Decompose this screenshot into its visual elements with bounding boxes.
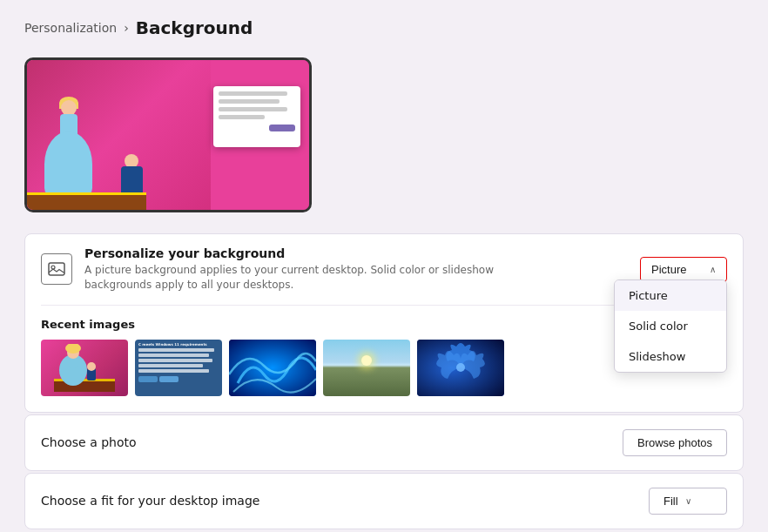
cinderella-thumbnail (41, 340, 128, 396)
breadcrumb-parent[interactable]: Personalization (24, 21, 117, 35)
background-icon (41, 253, 72, 285)
sun-element (361, 355, 372, 366)
panel-description: A picture background applies to your cur… (84, 263, 563, 293)
image-svg (48, 260, 65, 278)
recent-image-2[interactable]: C meets Windows 11 requirements (135, 340, 222, 396)
cinderella-svg (54, 344, 115, 392)
chevron-up-icon: ∧ (710, 265, 716, 274)
choose-photo-label: Choose a photo (41, 435, 137, 449)
choose-fit-label: Choose a fit for your desktop image (41, 494, 259, 508)
dropdown-selected-label: Picture (651, 263, 686, 276)
chevron-down-icon: ∨ (685, 496, 691, 506)
blue-waves-thumbnail (229, 340, 316, 396)
choose-photo-panel: Choose a photo Browse photos (24, 414, 744, 471)
windows-req-thumbnail: C meets Windows 11 requirements (135, 340, 222, 396)
svg-rect-2 (54, 380, 115, 392)
personalize-panel: Personalize your background A picture ba… (24, 233, 744, 413)
preview-window-card (213, 86, 300, 147)
preview-scene (27, 60, 211, 210)
fit-label: Fill (664, 495, 678, 508)
breadcrumb: Personalization › Background (24, 17, 744, 38)
panel-right: Picture ∧ (640, 257, 727, 282)
fit-dropdown[interactable]: Fill ∨ (649, 488, 727, 515)
panel-text: Personalize your background A picture ba… (84, 246, 563, 293)
page-title: Background (136, 17, 253, 38)
choose-fit-row: Choose a fit for your desktop image Fill… (25, 474, 743, 529)
blooms-thumbnail (417, 340, 504, 396)
blooms-svg (417, 340, 504, 396)
preview-background (27, 60, 309, 210)
waves-svg (229, 340, 316, 396)
preview-stage (27, 192, 146, 210)
recent-image-4[interactable] (323, 340, 410, 396)
breadcrumb-separator: › (124, 21, 129, 35)
browse-photos-button[interactable]: Browse photos (623, 429, 727, 456)
choose-photo-row: Choose a photo Browse photos (25, 415, 743, 470)
svg-point-9 (87, 362, 96, 371)
desktop-preview (24, 57, 312, 212)
background-type-menu: Picture Solid color Slideshow (614, 279, 727, 373)
panel-title: Personalize your background (84, 246, 563, 260)
recent-image-1[interactable] (41, 340, 128, 396)
landscape-thumbnail (323, 340, 410, 396)
dropdown-item-solid-color[interactable]: Solid color (615, 311, 726, 341)
recent-image-5[interactable] (417, 340, 504, 396)
background-type-dropdown[interactable]: Picture ∧ (640, 257, 727, 282)
dropdown-item-slideshow[interactable]: Slideshow (615, 341, 726, 372)
choose-fit-panel: Choose a fit for your desktop image Fill… (24, 473, 744, 529)
personalize-row: Personalize your background A picture ba… (25, 234, 743, 305)
svg-point-12 (456, 363, 465, 372)
dropdown-item-picture[interactable]: Picture (615, 280, 726, 311)
recent-image-3[interactable] (229, 340, 316, 396)
panel-left: Personalize your background A picture ba… (41, 246, 563, 293)
svg-rect-0 (49, 263, 64, 275)
svg-rect-10 (229, 340, 316, 396)
